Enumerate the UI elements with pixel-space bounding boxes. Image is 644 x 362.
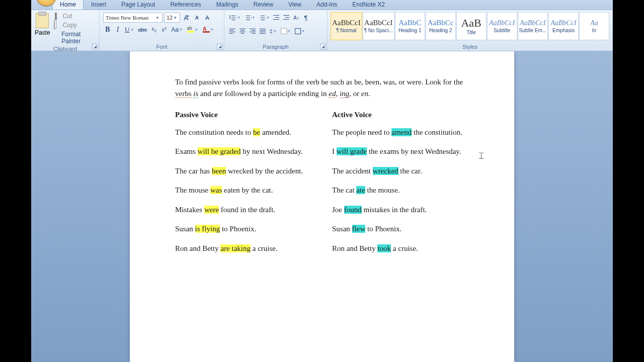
shrink-font-button[interactable]: A [192, 13, 201, 23]
align-center-button[interactable] [238, 26, 248, 36]
style-heading-1[interactable]: AaBbCHeading 1 [395, 12, 425, 40]
tab-page-layout[interactable]: Page Layout [114, 0, 163, 10]
tab-home[interactable]: Home [52, 0, 84, 10]
paste-icon [36, 13, 49, 28]
group-paragraph: ▾ ▾ ▾ A↕ ¶ ‡▾ ▾ ▾ Paragr [224, 10, 328, 51]
format-painter-button[interactable]: Format Painter [52, 30, 96, 45]
group-label-paragraph: Paragraph [226, 43, 325, 51]
sentence: Susan flew to Phoenix. [332, 223, 469, 235]
font-size-combo[interactable]: 12▼ [164, 13, 180, 23]
tab-view[interactable]: View [281, 0, 309, 10]
borders-button[interactable]: ▾ [293, 26, 307, 36]
sentence: The car has been wrecked by the accident… [175, 165, 312, 177]
tab-references[interactable]: References [163, 0, 208, 10]
sentence: Joe found mistakes in the draft. [332, 204, 469, 216]
justify-button[interactable] [258, 26, 268, 36]
group-clipboard: Paste Cut Copy Format Painter Clipboard … [31, 10, 100, 51]
grow-font-button[interactable]: A [182, 13, 191, 23]
tab-review[interactable]: Review [246, 0, 281, 10]
sentence: Mistakes were found in the draft. [175, 204, 312, 216]
sentence: Exams will be graded by next Wednesday. [175, 146, 312, 157]
italic-button[interactable]: I [113, 25, 122, 35]
text-cursor-icon: ⌶ [479, 150, 485, 159]
clipboard-dialog-launcher[interactable]: ◢ [92, 44, 98, 50]
style-in[interactable]: AaIn [579, 12, 609, 40]
strikethrough-button[interactable]: abc [136, 25, 148, 35]
copy-button: Copy [52, 21, 96, 29]
style-subtitle[interactable]: AaBbCcISubtitle [487, 12, 517, 40]
align-right-button[interactable] [248, 26, 258, 36]
tab-endnote-x2[interactable]: EndNote X2 [345, 0, 392, 10]
decrease-indent-button[interactable] [272, 13, 281, 23]
sentence: I will grade the exams by next Wednesday… [332, 146, 469, 157]
cut-button: Cut [52, 12, 96, 20]
style--normal[interactable]: AaBbCcI¶ Normal [331, 12, 362, 40]
sentence: The cat ate the mouse. [332, 185, 469, 196]
highlight-color-button[interactable]: ▾ [186, 25, 200, 35]
intro-paragraph: To find passive verbs look for forms of … [175, 76, 469, 99]
sentence: Ron and Betty took a cruise. [332, 243, 469, 254]
paste-button[interactable]: Paste [33, 11, 51, 38]
style-subtle-em-[interactable]: AaBbCcISubtle Em... [518, 12, 548, 40]
style--no-spaci-[interactable]: AaBbCcI¶ No Spaci... [363, 12, 394, 40]
font-name-combo[interactable]: Times New Roman▼ [103, 13, 163, 23]
paragraph-dialog-launcher[interactable]: ◢ [320, 44, 326, 50]
group-label-styles: Styles [330, 43, 610, 51]
align-left-button[interactable] [228, 26, 237, 36]
group-styles: AaBbCcI¶ NormalAaBbCcI¶ No Spaci...AaBbC… [328, 10, 613, 51]
subscript-button[interactable]: x2 [149, 25, 158, 35]
word-window: HomeInsertPage LayoutReferencesMailingsR… [31, 0, 613, 362]
style-emphasis[interactable]: AaBbCcIEmphasis [548, 12, 579, 40]
line-spacing-button[interactable]: ‡▾ [268, 26, 279, 36]
chevron-down-icon: ▼ [155, 16, 160, 20]
document-page[interactable]: To find passive verbs look for forms of … [130, 51, 514, 362]
tab-add-ins[interactable]: Add-Ins [309, 0, 345, 10]
change-case-button[interactable]: Aa▾ [170, 25, 185, 35]
passive-heading: Passive Voice [175, 109, 312, 121]
tab-insert[interactable]: Insert [84, 0, 114, 10]
ribbon-tabs: HomeInsertPage LayoutReferencesMailingsR… [31, 0, 613, 10]
numbering-button[interactable]: ▾ [243, 13, 257, 23]
active-heading: Active Voice [332, 109, 469, 121]
bullets-button[interactable]: ▾ [228, 13, 242, 23]
passive-column: Passive Voice The constitution needs to … [175, 106, 312, 262]
clear-formatting-button[interactable]: A̶ [203, 13, 212, 23]
bold-button[interactable]: B [103, 25, 112, 35]
show-marks-button[interactable]: ¶ [301, 13, 310, 23]
multilevel-list-button[interactable]: ▾ [257, 13, 271, 23]
active-column: Active Voice The people need to amend th… [332, 106, 469, 262]
paste-label: Paste [35, 29, 50, 36]
underline-button[interactable]: U▾ [123, 25, 135, 35]
group-font: Times New Roman▼ 12▼ A A A̶ B I U▾ abc x… [100, 10, 224, 51]
shading-button[interactable]: ▾ [279, 26, 293, 36]
superscript-button[interactable]: x2 [159, 25, 169, 35]
chevron-down-icon: ▼ [173, 16, 178, 20]
group-label-font: Font [102, 43, 222, 51]
style-title[interactable]: AaBTitle [456, 12, 487, 40]
sentence: The accident wrecked the car. [332, 165, 469, 177]
ribbon: Paste Cut Copy Format Painter Clipboard … [31, 10, 613, 51]
font-color-button[interactable]: ▾ [201, 25, 216, 35]
increase-indent-button[interactable] [282, 13, 291, 23]
document-area[interactable]: To find passive verbs look for forms of … [31, 51, 613, 362]
sentence: The people need to amend the constitutio… [332, 127, 469, 138]
sentence: The mouse was eaten by the cat. [175, 185, 312, 196]
style-heading-2[interactable]: AaBbCcHeading 2 [426, 12, 456, 40]
sort-button[interactable]: A↕ [292, 13, 301, 23]
sentence: The constitution needs to be amended. [175, 127, 312, 138]
sentence: Ron and Betty are taking a cruise. [175, 243, 312, 254]
tab-mailings[interactable]: Mailings [209, 0, 246, 10]
font-dialog-launcher[interactable]: ◢ [217, 44, 223, 50]
sentence: Susan is flying to Phoenix. [175, 223, 312, 235]
